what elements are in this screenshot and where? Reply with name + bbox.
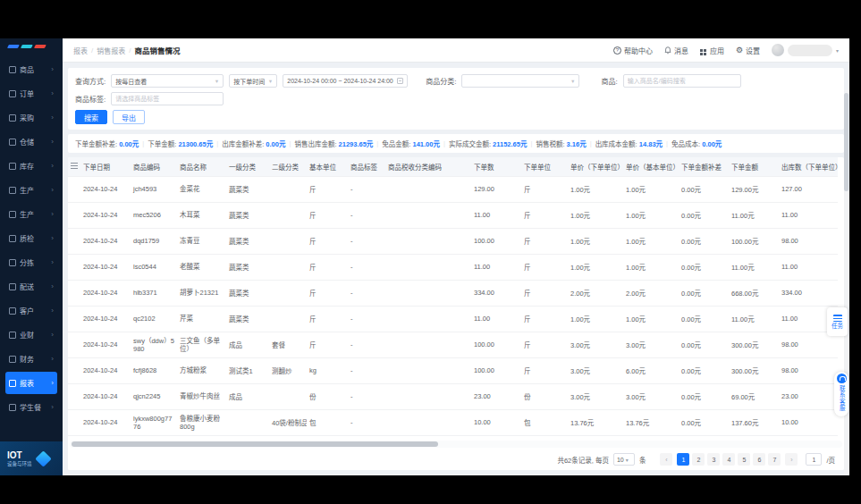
table-cell: dqd1759 xyxy=(131,228,177,254)
sidebar-item-finance[interactable]: 财务› xyxy=(5,348,57,370)
breadcrumb-item-sales-report[interactable]: 销售报表 xyxy=(97,46,125,55)
table-row[interactable]: 2024-10-24dqd1759冻青豆蔬菜类斤-100.00斤1.00元1.0… xyxy=(68,228,838,254)
column-header[interactable]: 出库数（下单单位） xyxy=(779,157,838,176)
floating-task-button[interactable]: 任务 xyxy=(827,307,848,336)
page-button[interactable]: 4 xyxy=(722,453,735,466)
messages-button[interactable]: 消息 xyxy=(664,46,688,55)
separator: | xyxy=(216,139,218,147)
column-header[interactable]: 下单数 xyxy=(471,157,521,176)
table-cell: 方城粉浆 xyxy=(177,357,226,383)
page-button[interactable]: 3 xyxy=(707,453,720,466)
column-settings-icon xyxy=(71,163,78,169)
horizontal-scrollbar-thumb[interactable] xyxy=(72,441,438,447)
student-meal-icon xyxy=(9,404,16,411)
table-row[interactable]: 2024-10-24fcfj8628方城粉浆测试类1测翻炒kg-100.00斤3… xyxy=(68,357,838,383)
column-header[interactable]: 商品名称 xyxy=(177,157,226,176)
jump-page-input[interactable]: 1 xyxy=(806,453,822,466)
table-cell: 蔬菜类 xyxy=(226,228,269,254)
table-row[interactable]: 2024-10-24qc2102芹菜蔬菜类斤-11.00斤1.00元1.00元0… xyxy=(68,306,838,332)
table-row[interactable]: 2024-10-24mec5206木耳菜蔬菜类斤-11.00斤1.00元1.00… xyxy=(68,202,838,228)
export-button[interactable]: 导出 xyxy=(113,110,145,124)
query-mode-select[interactable]: 按每日查看 ▼ xyxy=(111,74,224,88)
gear-icon: ⚙ xyxy=(736,46,743,55)
filter-row-2: 商品标签: xyxy=(75,92,837,105)
page-button[interactable]: 5 xyxy=(738,453,750,466)
vertical-scrollbar-thumb[interactable] xyxy=(844,93,848,191)
task-list-icon xyxy=(833,315,842,322)
separator: | xyxy=(443,139,445,147)
topbar: 报表 / 销售报表 / 商品销售情况 ? 帮助中心 xyxy=(63,38,849,63)
table-cell xyxy=(269,254,307,280)
sidebar-item-quality-check[interactable]: 质检› xyxy=(5,227,57,249)
table-cell: 0.00元 xyxy=(679,228,729,254)
product-search-input[interactable] xyxy=(623,74,741,88)
sidebar-item-inventory[interactable]: 库存› xyxy=(5,155,57,177)
sidebar-item-customer[interactable]: 客户› xyxy=(5,299,57,322)
vertical-scrollbar[interactable] xyxy=(844,89,848,475)
column-header[interactable]: 基本单位 xyxy=(307,157,348,176)
table-row[interactable]: 2024-10-24jch4593金菜花蔬菜类斤-129.00斤1.00元1.0… xyxy=(68,176,838,202)
table-cell: 98.00 xyxy=(779,357,838,383)
filter-actions: 搜索 导出 xyxy=(75,110,837,124)
page-size-unit: 条 xyxy=(639,455,646,465)
prev-page-button[interactable]: ‹ xyxy=(660,453,672,466)
column-settings-cell[interactable] xyxy=(68,157,80,176)
breadcrumb-item-report[interactable]: 报表 xyxy=(73,46,88,55)
table-row[interactable]: 2024-10-24qjcn2245青椒炒牛肉丝成品份-23.00份3.00元3… xyxy=(68,383,838,409)
sidebar-item-purchase[interactable]: 采购› xyxy=(5,106,57,129)
table-row[interactable]: 2024-10-24swy（ddw）5980三文鱼（多单位）成品套餐斤-100.… xyxy=(68,332,838,357)
settings-button[interactable]: ⚙ 设置 xyxy=(736,46,760,55)
category-select[interactable]: ▼ xyxy=(461,74,579,88)
sidebar-item-sorting[interactable]: 分拣› xyxy=(5,251,57,273)
column-header[interactable]: 一级分类 xyxy=(226,157,269,176)
logo-dash-blue xyxy=(7,45,20,48)
table-row[interactable]: 2024-10-24lsc0544老酸菜蔬菜类斤-11.00斤1.00元1.00… xyxy=(68,254,838,280)
chevron-right-icon: › xyxy=(51,187,54,194)
sidebar-item-goods[interactable]: 商品› xyxy=(5,58,57,80)
column-header[interactable]: 单价（下单单位） xyxy=(568,157,623,176)
sidebar-item-production-2[interactable]: 生产› xyxy=(5,203,57,225)
quality-check-icon xyxy=(9,235,16,242)
table-row[interactable]: 2024-10-24hlb3371胡萝卜21321蔬菜类斤-334.00斤2.0… xyxy=(68,280,838,306)
page-button[interactable]: 2 xyxy=(692,453,705,466)
page-button[interactable]: 1 xyxy=(677,453,689,466)
table-cell: 斤 xyxy=(521,280,568,306)
horizontal-scrollbar[interactable] xyxy=(70,441,842,448)
table-cell xyxy=(385,332,471,357)
search-button[interactable]: 搜索 xyxy=(75,110,107,124)
next-page-button[interactable]: › xyxy=(785,453,798,466)
page-size-select[interactable]: 10 ▾ xyxy=(613,453,635,466)
column-header[interactable]: 二级分类 xyxy=(269,157,307,176)
sidebar-item-report[interactable]: 报表› xyxy=(5,372,57,394)
tag-select-input[interactable] xyxy=(111,92,224,105)
sidebar-item-business-finance[interactable]: 业财› xyxy=(5,323,57,346)
user-profile[interactable]: ▾ xyxy=(772,44,839,56)
help-center-button[interactable]: ? 帮助中心 xyxy=(613,46,653,55)
apps-button[interactable]: 应用 xyxy=(700,46,724,55)
sidebar-item-production[interactable]: 生产› xyxy=(5,179,57,201)
column-header[interactable]: 商品标签 xyxy=(348,157,385,176)
sidebar-item-warehouse[interactable]: 仓储› xyxy=(5,130,57,153)
table-cell: 129.00元 xyxy=(729,176,779,202)
time-field-select[interactable]: 按下单时间 ▼ xyxy=(229,74,277,88)
date-range-picker[interactable]: 2024-10-24 00:00 ~ 2024-10-24 24:00 xyxy=(283,74,408,88)
sidebar-item-orders[interactable]: 订单› xyxy=(5,82,57,105)
column-header[interactable]: 商品编码 xyxy=(131,157,177,176)
table-cell xyxy=(269,202,307,228)
sidebar-item-student-meal[interactable]: 学生餐› xyxy=(5,396,57,418)
page-button[interactable]: 6 xyxy=(753,453,765,466)
column-header[interactable]: 下单单位 xyxy=(521,157,568,176)
table-cell: 斤 xyxy=(521,228,568,254)
chevron-right-icon: › xyxy=(51,163,54,170)
chevron-right-icon: › xyxy=(51,380,54,387)
column-header[interactable]: 下单金额 xyxy=(729,157,779,176)
page-button[interactable]: 7 xyxy=(768,453,781,466)
contact-service-button[interactable]: 联系客服 xyxy=(834,372,848,416)
sidebar-item-delivery[interactable]: 配送› xyxy=(5,275,57,298)
table-row[interactable]: 2024-10-24lykxw800g7776鲁粮康小麦粉800g40袋/粉制品… xyxy=(68,409,838,435)
column-header[interactable]: 下单金额补差 xyxy=(679,157,729,176)
column-header[interactable]: 下单日期 xyxy=(80,157,131,176)
table-cell: - xyxy=(348,254,385,280)
column-header[interactable]: 单价（基本单位） xyxy=(623,157,679,176)
column-header[interactable]: 商品税收分类编码 xyxy=(385,157,471,176)
